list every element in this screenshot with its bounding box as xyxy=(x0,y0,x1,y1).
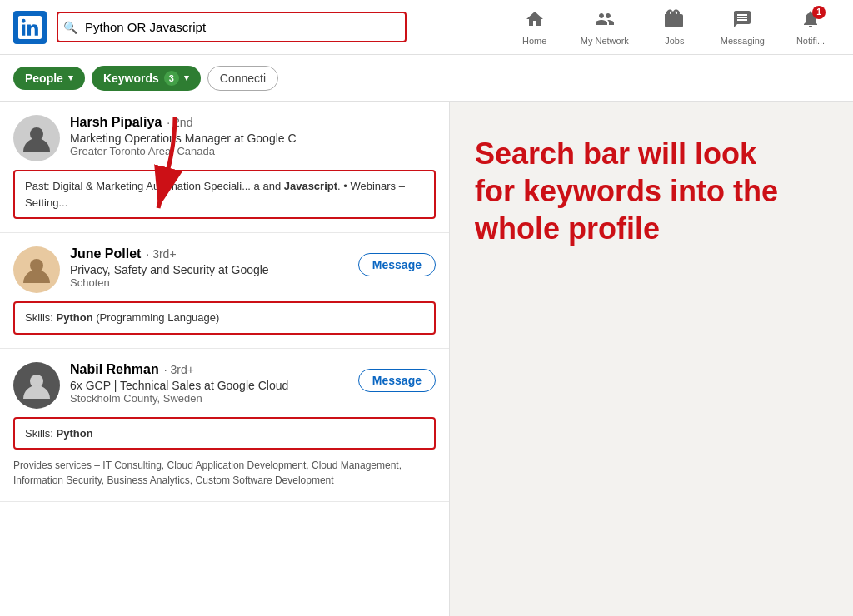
degree-june: · 3rd+ xyxy=(146,247,176,261)
result-row-june: June Pollet · 3rd+ Privacy, Safety and S… xyxy=(13,246,436,293)
keywords-count-badge: 3 xyxy=(164,71,179,86)
result-info-harsh: Harsh Pipaliya · 2nd Marketing Operation… xyxy=(70,115,436,157)
main-content: Harsh Pipaliya · 2nd Marketing Operation… xyxy=(0,102,853,616)
result-header-nabil: Nabil Rehman · 3rd+ 6x GCP | Technical S… xyxy=(13,362,358,409)
notifications-icon: 1 xyxy=(801,9,821,34)
nav-messaging[interactable]: Messaging xyxy=(707,4,778,51)
my-network-icon xyxy=(595,9,615,34)
avatar-june xyxy=(13,246,60,293)
connections-filter-label: Connecti xyxy=(220,72,266,85)
keywords-filter-label: Keywords xyxy=(103,72,159,85)
degree-nabil: · 3rd+ xyxy=(164,363,194,376)
message-june-button[interactable]: Message xyxy=(358,253,436,276)
result-item-june: June Pollet · 3rd+ Privacy, Safety and S… xyxy=(0,233,449,349)
nav-notifications[interactable]: 1 Notifi... xyxy=(781,4,840,51)
search-input[interactable] xyxy=(57,12,407,42)
keyword-box-june: Skills: Python (Programming Language) xyxy=(13,301,436,335)
result-row-nabil: Nabil Rehman · 3rd+ 6x GCP | Technical S… xyxy=(13,362,436,409)
nav-jobs-label: Jobs xyxy=(665,36,684,46)
result-location-harsh: Greater Toronto Area, Canada xyxy=(70,145,436,157)
search-bar-wrapper: 🔍 xyxy=(57,12,407,42)
annotation-text: Search bar will look for keywords into t… xyxy=(475,135,791,247)
result-name-nabil: Nabil Rehman · 3rd+ xyxy=(70,362,358,377)
result-extra-nabil: Provides services – IT Consulting, Cloud… xyxy=(13,458,436,488)
linkedin-logo xyxy=(13,11,47,44)
result-left-nabil: Nabil Rehman · 3rd+ 6x GCP | Technical S… xyxy=(13,362,358,409)
result-title-harsh: Marketing Operations Manager at Google C xyxy=(70,132,436,145)
jobs-icon xyxy=(665,9,685,34)
header: 🔍 Home My Network Jobs Messaging xyxy=(0,0,853,55)
result-header-june: June Pollet · 3rd+ Privacy, Safety and S… xyxy=(13,246,358,293)
avatar-harsh xyxy=(13,115,60,161)
message-nabil-button[interactable]: Message xyxy=(358,369,436,392)
filter-bar: People ▾ Keywords 3 ▾ Connecti xyxy=(0,55,853,102)
keywords-chevron-icon: ▾ xyxy=(184,72,189,83)
keywords-filter-button[interactable]: Keywords 3 ▾ xyxy=(92,66,201,91)
keyword-box-nabil: Skills: Python xyxy=(13,417,436,450)
annotation-panel: Search bar will look for keywords into t… xyxy=(450,102,853,616)
result-title-nabil: 6x GCP | Technical Sales at Google Cloud xyxy=(70,379,358,392)
nav-notifications-label: Notifi... xyxy=(796,36,825,46)
results-panel: Harsh Pipaliya · 2nd Marketing Operation… xyxy=(0,102,450,616)
search-icon: 🔍 xyxy=(63,21,77,34)
nav-home-label: Home xyxy=(522,36,546,46)
keyword-box-harsh: Past: Digital & Marketing Automation Spe… xyxy=(13,170,436,219)
result-name-harsh: Harsh Pipaliya · 2nd xyxy=(70,115,436,130)
notifications-badge: 1 xyxy=(812,6,826,19)
nav-my-network-label: My Network xyxy=(581,36,629,46)
header-nav: Home My Network Jobs Messaging 1 Not xyxy=(506,4,840,51)
degree-harsh: · 2nd xyxy=(167,116,192,129)
home-icon xyxy=(525,9,545,34)
avatar-nabil xyxy=(13,362,60,409)
result-item-nabil: Nabil Rehman · 3rd+ 6x GCP | Technical S… xyxy=(0,349,449,503)
nav-jobs[interactable]: Jobs xyxy=(646,4,704,51)
result-location-june: Schoten xyxy=(70,276,358,289)
connections-filter-button[interactable]: Connecti xyxy=(207,66,278,91)
result-header-harsh: Harsh Pipaliya · 2nd Marketing Operation… xyxy=(13,115,436,161)
result-title-june: Privacy, Safety and Security at Google xyxy=(70,263,358,276)
result-info-june: June Pollet · 3rd+ Privacy, Safety and S… xyxy=(70,246,358,289)
result-info-nabil: Nabil Rehman · 3rd+ 6x GCP | Technical S… xyxy=(70,362,358,405)
nav-messaging-label: Messaging xyxy=(721,36,765,46)
people-chevron-icon: ▾ xyxy=(68,72,73,83)
people-filter-label: People xyxy=(25,72,63,85)
people-filter-button[interactable]: People ▾ xyxy=(13,67,85,90)
result-location-nabil: Stockholm County, Sweden xyxy=(70,392,358,405)
nav-home[interactable]: Home xyxy=(506,4,564,51)
result-item-harsh: Harsh Pipaliya · 2nd Marketing Operation… xyxy=(0,102,449,233)
result-name-june: June Pollet · 3rd+ xyxy=(70,246,358,261)
messaging-icon xyxy=(732,9,752,34)
result-left-june: June Pollet · 3rd+ Privacy, Safety and S… xyxy=(13,246,358,293)
nav-my-network[interactable]: My Network xyxy=(567,4,642,51)
